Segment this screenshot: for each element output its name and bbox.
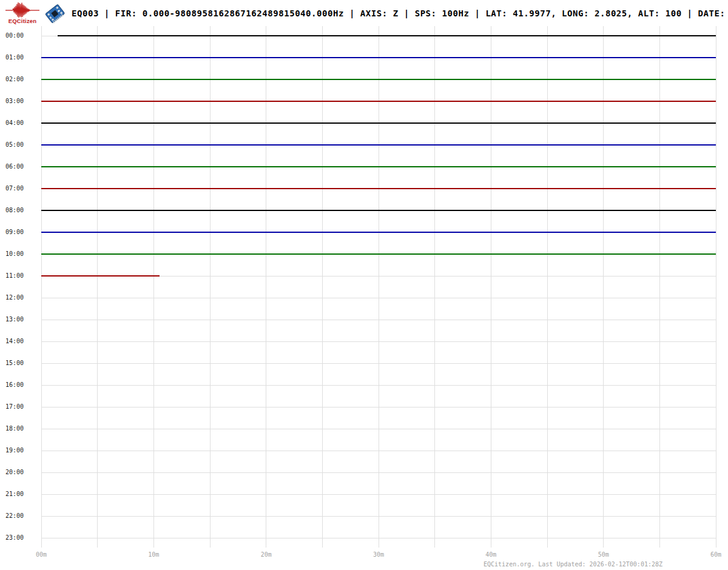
y-axis-label: 13:00 (0, 316, 24, 323)
x-axis-label: 60m (703, 551, 728, 558)
y-axis-label: 00:00 (0, 32, 24, 39)
y-axis-label: 17:00 (0, 403, 24, 411)
y-axis-label: 09:00 (0, 229, 24, 236)
y-axis-label: 07:00 (0, 185, 24, 192)
y-axis-label: 14:00 (0, 338, 24, 345)
footer-note: EQCitizen.org. Last Updated: 2026-02-12T… (484, 561, 662, 568)
y-axis-label: 11:00 (0, 272, 24, 280)
y-axis-label: 16:00 (0, 381, 24, 389)
x-axis-label: 40m (477, 551, 504, 558)
y-axis-label: 22:00 (0, 512, 24, 520)
y-axis-label: 01:00 (0, 54, 24, 61)
x-axis-label: 10m (140, 551, 167, 558)
y-axis-label: 23:00 (0, 534, 24, 542)
y-axis-label: 04:00 (0, 119, 24, 127)
y-axis-label: 08:00 (0, 207, 24, 214)
y-axis-label: 02:00 (0, 76, 24, 83)
x-axis-label: 50m (590, 551, 617, 558)
y-axis-label: 06:00 (0, 163, 24, 170)
y-axis-label: 20:00 (0, 469, 24, 476)
y-axis-label: 18:00 (0, 425, 24, 432)
y-axis-label: 15:00 (0, 360, 24, 367)
y-axis-label: 19:00 (0, 447, 24, 454)
x-axis-label: 20m (253, 551, 280, 558)
y-axis-label: 10:00 (0, 250, 24, 258)
helicorder-plot (0, 0, 728, 570)
y-axis-label: 21:00 (0, 491, 24, 498)
x-axis-label: 30m (365, 551, 392, 558)
x-axis-label: 00m (28, 551, 55, 558)
y-axis-label: 05:00 (0, 141, 24, 149)
y-axis-label: 12:00 (0, 294, 24, 301)
y-axis-label: 03:00 (0, 98, 24, 105)
